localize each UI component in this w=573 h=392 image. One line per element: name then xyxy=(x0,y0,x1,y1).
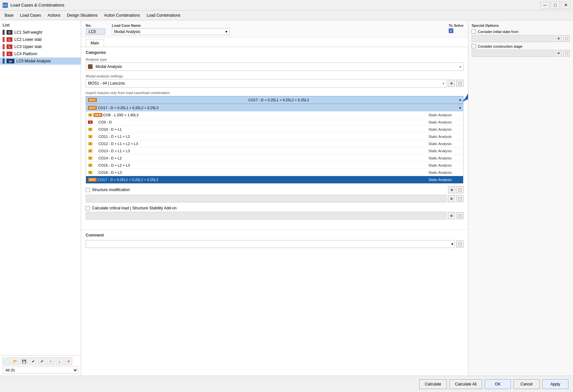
new-btn[interactable]: 📄 xyxy=(3,357,10,365)
critical-load-btn2[interactable]: 📋 xyxy=(456,212,463,219)
minimize-button[interactable]: ─ xyxy=(540,2,549,9)
sidebar-header: List xyxy=(0,20,81,29)
menu-bar: Base Load Cases Actions Design Situation… xyxy=(0,10,573,20)
dropdown-item[interactable]: 2 X CO14 - D + L2 Static Analysis xyxy=(86,155,463,162)
initial-state-btn2[interactable]: 📋 xyxy=(563,35,570,42)
import-arrow: ▾ xyxy=(459,98,461,102)
apply-button[interactable]: Apply xyxy=(542,379,568,389)
accept2-btn[interactable]: ✔ xyxy=(38,357,46,365)
critical-load-btn1[interactable]: ⚙ xyxy=(448,212,455,219)
dropdown-item[interactable]: 2 X CO11 - D + L1 + L2 Static Analysis xyxy=(86,133,463,140)
comment-copy-btn[interactable]: 📋 xyxy=(456,240,463,248)
construction-stage-btn2[interactable]: 📋 xyxy=(563,50,570,57)
struct-mod-btn2[interactable]: 📋 xyxy=(456,186,463,193)
up-btn[interactable]: ↑ xyxy=(47,357,55,365)
list-item[interactable]: D LC1 Self-weight xyxy=(0,29,81,36)
menu-load-combinations[interactable]: Load Combinations xyxy=(143,12,183,19)
analysis-type-label: Analysis type xyxy=(86,57,463,61)
to-solve-checkbox[interactable]: ✔ xyxy=(449,28,453,33)
item-name: CO10 - D + L1 xyxy=(98,127,427,131)
delete-btn[interactable]: ✕ xyxy=(64,357,72,365)
modal-settings-copy-btn[interactable]: 📋 xyxy=(456,80,463,87)
open-btn[interactable]: 📂 xyxy=(11,357,19,365)
struct-mod-label: Structure modification xyxy=(92,188,130,192)
main-panel: No. LC5 Load Case Name Modal Analysis ▾ … xyxy=(81,20,468,376)
dropdown-item[interactable]: 2 SE/E CO8 - 1.20D + 1.60L3 Static Analy… xyxy=(86,111,463,119)
badge: SE/E xyxy=(88,106,97,110)
dropdown-item[interactable]: SE/E CO17 - D + 0.25L1 + 0.25L2 + 0.25L3… xyxy=(86,104,463,111)
content-area: No. LC5 Load Case Name Modal Analysis ▾ … xyxy=(81,20,573,376)
struct-mod-btn1[interactable]: ⚙ xyxy=(448,186,455,193)
dropdown-item[interactable]: 2 X CO10 - D + L1 Static Analysis xyxy=(86,126,463,133)
analysis-type-select[interactable]: Modal Analysis ▾ xyxy=(86,62,463,71)
initial-state-checkbox[interactable] xyxy=(472,29,476,34)
load-case-name-select[interactable]: Modal Analysis ▾ xyxy=(112,28,230,35)
critical-load-label: Calculate critical load | Structure Stab… xyxy=(92,206,177,210)
save-btn[interactable]: 💾 xyxy=(20,357,28,365)
down-btn[interactable]: ↓ xyxy=(56,357,63,365)
item-analysis: Static Analysis xyxy=(428,149,461,153)
critical-load-input xyxy=(86,212,446,220)
num-badge: 2 xyxy=(88,164,93,167)
menu-actions[interactable]: Actions xyxy=(44,12,63,19)
list-item[interactable]: L LC4 Platform xyxy=(0,50,81,57)
menu-base[interactable]: Base xyxy=(1,12,17,19)
lc-badge: L xyxy=(7,52,12,56)
main-layout: List D LC1 Self-weight L LC2 Lower slab … xyxy=(0,20,573,376)
modal-settings-row: MOS1 - #4 | Lanczos ▾ ⚙ 📋 xyxy=(86,79,463,88)
special-options-title: Special Options xyxy=(472,24,570,27)
item-analysis: Static Analysis xyxy=(428,120,461,124)
menu-load-cases[interactable]: Load Cases xyxy=(17,12,44,19)
tab-main[interactable]: Main xyxy=(86,39,104,47)
close-button[interactable]: ✕ xyxy=(561,2,570,9)
maximize-button[interactable]: □ xyxy=(551,2,560,9)
initial-state-label: Consider initial state from xyxy=(478,30,518,34)
list-item[interactable]: L LC2 Lower slab xyxy=(0,36,81,43)
num-badge: 1 xyxy=(88,121,93,124)
calculate-all-button[interactable]: Calculate All xyxy=(449,379,482,389)
calculate-button[interactable]: Calculate xyxy=(419,379,447,389)
menu-design-situations[interactable]: Design Situations xyxy=(64,12,101,19)
dropdown-item[interactable]: 2 X CO13 - D + L1 + L3 Static Analysis xyxy=(86,147,463,155)
list-item[interactable]: L LC3 Upper slab xyxy=(0,43,81,50)
num-badge: 2 xyxy=(88,156,93,160)
struct-mod-checkbox[interactable] xyxy=(86,188,90,192)
item-analysis: Static Analysis xyxy=(428,171,461,174)
construction-stage-btn1[interactable]: ⚙ xyxy=(555,50,562,57)
import-container: SE/E CO17 - D + 0.25L1 + 0.25L2 + 0.25L3… xyxy=(86,96,463,184)
right-panel: Special Options Consider initial state f… xyxy=(468,20,573,376)
struct-mod-edit-btn2[interactable]: 📋 xyxy=(456,195,463,202)
type-badge: SE/E xyxy=(94,113,102,117)
modal-settings-select[interactable]: MOS1 - #4 | Lanczos ▾ xyxy=(86,79,446,88)
list-item-selected[interactable]: Qe LC5 Modal Analysis xyxy=(0,57,81,65)
dropdown-item-selected[interactable]: SE/E CO17 - D + 0.25L1 + 0.25L2 + 0.25L3… xyxy=(86,176,463,183)
load-case-name-arrow: ▾ xyxy=(225,29,227,34)
item-analysis: Static Analysis xyxy=(428,142,461,146)
struct-mod-edit-btn1[interactable]: ⚙ xyxy=(448,195,455,202)
filter-select[interactable]: All (5) xyxy=(3,367,78,374)
ok-button[interactable]: OK xyxy=(485,379,511,389)
critical-load-checkbox[interactable] xyxy=(86,206,90,210)
item-name: CO9 - D xyxy=(98,120,427,124)
title-bar: LC Load Cases & Combinations ─ □ ✕ xyxy=(0,0,573,10)
import-selected-badge: SE/E xyxy=(88,98,97,102)
dropdown-item[interactable]: 2 X CO16 - D + L3 Static Analysis xyxy=(86,169,463,176)
to-solve-group: To Solve ✔ xyxy=(449,24,463,35)
construction-stage-checkbox[interactable] xyxy=(472,44,476,48)
lc-name: LC3 Upper slab xyxy=(14,44,42,49)
initial-state-btn1[interactable]: ⚙ xyxy=(555,35,562,42)
dropdown-item[interactable]: 1 X CO9 - D Static Analysis xyxy=(86,119,463,126)
modal-settings-edit-btn[interactable]: ⚙ xyxy=(448,80,455,87)
accept-btn[interactable]: ✔ xyxy=(29,357,37,365)
comment-input[interactable]: ▾ xyxy=(86,240,455,248)
type-badge-selected: SE/E xyxy=(88,178,97,182)
initial-state-input xyxy=(472,35,554,42)
import-select[interactable]: SE/E CO17 - D + 0.25L1 + 0.25L2 + 0.25L3… xyxy=(86,96,463,104)
dropdown-item[interactable]: 2 X CO12 - D + L1 + L2 + L3 Static Analy… xyxy=(86,140,463,147)
item-analysis: Static Analysis xyxy=(428,163,461,167)
dropdown-item[interactable]: 2 X CO15 - D + L2 + L3 Static Analysis xyxy=(86,162,463,169)
construction-stage-row: Consider construction stage xyxy=(472,44,570,48)
comment-section: Comment ▾ 📋 xyxy=(81,229,468,251)
cancel-button[interactable]: Cancel xyxy=(513,379,540,389)
menu-action-combinations[interactable]: Action Combinations xyxy=(101,12,143,19)
